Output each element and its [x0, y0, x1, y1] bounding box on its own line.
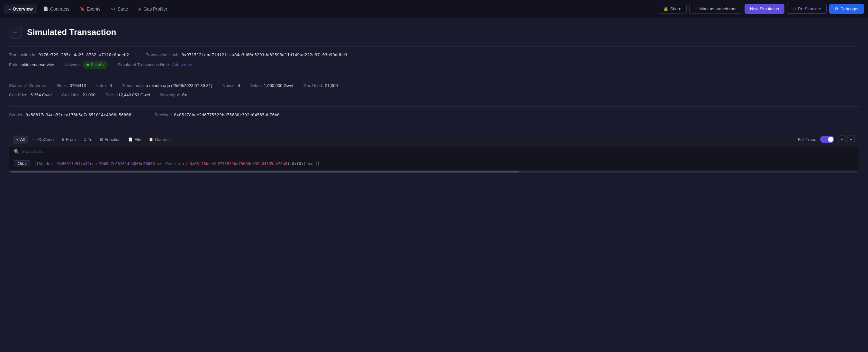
function-icon: ⊡: [100, 137, 103, 142]
nav-gas-profiler-label: Gas Profiler: [144, 6, 167, 11]
filter-all[interactable]: ≡ All: [13, 136, 28, 144]
debug-icon: ⚙: [835, 6, 838, 11]
call-method: ).0x(0x) => (): [287, 162, 319, 166]
filter-function[interactable]: ⊡ Function: [97, 136, 124, 144]
all-icon: ≡: [17, 137, 18, 141]
page-title: Simulated Transaction: [27, 27, 116, 37]
state-icon: <>: [111, 6, 116, 11]
nav-overview[interactable]: ≡ Overview: [4, 4, 37, 13]
index-value: 0: [110, 82, 112, 89]
nav-state-label: State: [118, 6, 128, 11]
opcode-icon: <>: [32, 137, 37, 141]
check-icon: ✓: [24, 82, 28, 89]
gas-used-label: Gas Used:: [304, 82, 323, 89]
contracts-icon: 📄: [43, 6, 48, 11]
filter-to[interactable]: ⊙ To: [81, 136, 96, 144]
gas-profiler-icon: ◈: [138, 6, 142, 11]
gas-price-label: Gas Price:: [9, 92, 29, 99]
toggle-thumb: [828, 137, 833, 142]
lock-icon: 🔒: [663, 6, 669, 11]
main-content: ← Simulated Transaction Transaction Id: …: [0, 18, 868, 173]
events-icon: 🔖: [80, 6, 85, 11]
fork-network-row: Fork: middlemanservice Network: Sepolia …: [9, 61, 859, 69]
status-label: Status:: [9, 82, 22, 89]
tx-hash-value: 0x971512febe7fdf2ffca84a3d60e5291dd32598…: [181, 52, 347, 59]
filter-opcode-label: OpCode: [38, 137, 54, 142]
tx-status-section: Status: ✓ Success Block: 3764413 Index: …: [9, 77, 859, 106]
tx-id-hash-section: Transaction Id: 9176e729-235c-4a25-8782-…: [9, 46, 859, 77]
network-value: Sepolia: [91, 62, 104, 68]
tx-id-value: 9176e729-235c-4a25-8782-a7128c8beeb2: [38, 52, 129, 59]
network-label: Network:: [64, 62, 81, 68]
add-note[interactable]: Add a note: [172, 62, 192, 68]
tx-id-row: Transaction Id: 9176e729-235c-4a25-8782-…: [9, 52, 859, 59]
value-value: 1,000,000 Gwei: [264, 82, 293, 89]
scrollbar-thumb[interactable]: [9, 171, 519, 173]
re-simulate-button[interactable]: ⊙ Re-Simulate: [787, 4, 827, 14]
back-arrow-icon: ←: [13, 29, 18, 35]
filter-to-label: To: [88, 137, 93, 142]
filter-opcode[interactable]: <> OpCode: [29, 136, 57, 144]
index-label: Index:: [96, 82, 107, 89]
filter-file[interactable]: 📄 File: [125, 136, 144, 144]
sender-receiver-section: Sender: 0x50317e94ca32ccaf76b5a7c651014c…: [9, 106, 859, 126]
note-label: Simulated Transaction Note:: [118, 62, 170, 68]
raw-input-label: Raw Input:: [160, 92, 180, 99]
receiver-label: Receiver:: [154, 112, 172, 118]
expand-all-button[interactable]: +: [838, 136, 846, 143]
debugger-button[interactable]: ⚙ Debugger: [829, 4, 864, 14]
new-simulation-button[interactable]: New Simulation: [745, 4, 784, 14]
scrollbar-track: [9, 171, 859, 173]
receiver-trace-addr: 0x05f78bee2d6775529bd75680c392e04535ab76…: [190, 162, 287, 166]
filter-function-label: Function: [104, 137, 121, 142]
scroll-area: [9, 171, 859, 173]
collapse-all-button[interactable]: −: [847, 136, 855, 143]
nav-contracts[interactable]: 📄 Contracts: [38, 4, 74, 13]
block-value: 3764413: [70, 82, 86, 89]
filter-from-label: From: [66, 137, 75, 142]
fee-value: 112,440.053 Gwei: [116, 92, 150, 99]
block-label: Block:: [56, 82, 67, 89]
raw-input-value: 0x: [182, 92, 187, 99]
fork-label: Fork:: [9, 62, 19, 68]
search-row: 🔍: [9, 146, 859, 157]
timestamp-label: Timestamp:: [122, 82, 144, 89]
full-trace-toggle[interactable]: [820, 136, 834, 143]
nonce-value: 4: [238, 82, 240, 89]
nonce-label: Nonce:: [222, 82, 236, 89]
trace-section: ≡ All <> OpCode ⊕ From ⊙ To ⊡ Function 📄: [9, 133, 859, 173]
nav-state[interactable]: <> State: [106, 4, 133, 13]
tx-hash-label: Transaction Hash:: [146, 52, 179, 59]
back-button[interactable]: ←: [9, 26, 22, 39]
fork-value: middlemanservice: [21, 62, 54, 68]
value-label: Value:: [250, 82, 262, 89]
filter-file-label: File: [134, 137, 141, 142]
contract-icon: 📋: [149, 137, 153, 142]
nav-gas-profiler[interactable]: ◈ Gas Profiler: [134, 4, 172, 13]
to-icon: ⊙: [84, 137, 87, 142]
fee-label: Fee:: [106, 92, 114, 99]
nav-contracts-label: Contracts: [50, 6, 69, 11]
from-icon: ⊕: [61, 137, 64, 142]
gas-used-value: 21,000: [325, 82, 338, 89]
share-button[interactable]: 🔒 Share: [658, 4, 687, 14]
status-text: Success: [29, 82, 46, 89]
receiver-value: 0x05f78bee2d6775529bd75680c392e04535ab76…: [174, 112, 280, 118]
top-actions: 🔒 Share ⑂ Mark as branch root New Simula…: [658, 4, 864, 14]
nav-overview-label: Overview: [13, 6, 33, 11]
network-badge: Sepolia: [83, 61, 107, 69]
status-value: ✓ Success: [24, 82, 46, 89]
tx-id-label: Transaction Id:: [9, 52, 37, 59]
nav-events[interactable]: 🔖 Events: [75, 4, 105, 13]
filter-from[interactable]: ⊕ From: [58, 136, 79, 144]
status-row: Status: ✓ Success Block: 3764413 Index: …: [9, 82, 859, 89]
filter-contract[interactable]: 📋 Contract: [146, 136, 174, 144]
search-input[interactable]: [22, 149, 86, 154]
gas-row: Gas Price: 5.354 Gwei Gas Limit: 21,000 …: [9, 92, 859, 99]
branch-root-button[interactable]: ⑂ Mark as branch root: [689, 4, 742, 14]
gas-limit-label: Gas Limit:: [62, 92, 81, 99]
nav-events-label: Events: [87, 6, 101, 11]
sender-label: Sender:: [9, 112, 24, 118]
file-icon: 📄: [128, 137, 133, 142]
call-trace-text: ([Sender] 0x50317e94ca32ccaf76b5a7c65101…: [34, 162, 854, 166]
